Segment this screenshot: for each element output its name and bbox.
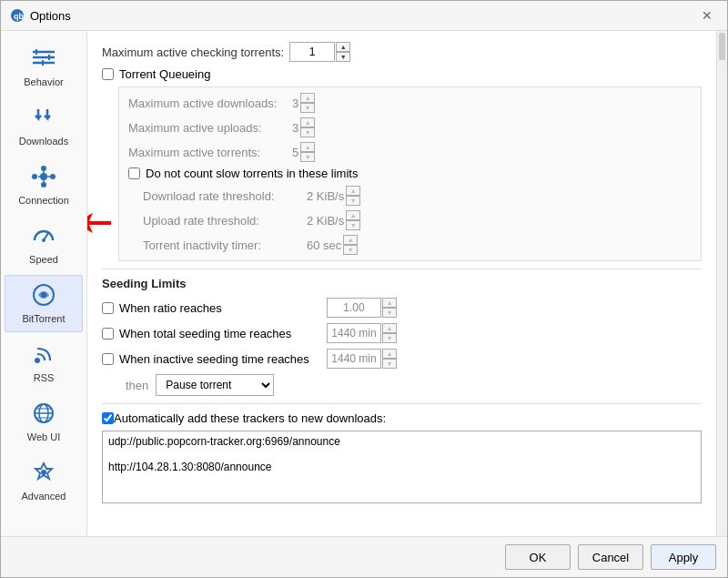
slow-torrents-settings: Download rate threshold: 2 KiB/s ▲ ▼ Upl… [143, 186, 692, 255]
sidebar: Behavior Downloads [1, 31, 87, 536]
seeding-time-label: When total seeding time reaches [119, 327, 319, 340]
connection-icon [30, 165, 57, 191]
seeding-time-checkbox[interactable] [102, 328, 114, 340]
download-rate-label: Download rate threshold: [143, 189, 307, 203]
inactive-seeding-spin: ▲ ▼ [327, 349, 397, 369]
inactivity-spin: ▲ ▼ [343, 235, 358, 255]
max-downloads-up[interactable]: ▲ [300, 93, 315, 103]
cancel-button[interactable]: Cancel [578, 544, 643, 570]
inactivity-timer-value: 60 sec [307, 238, 341, 252]
rss-icon [31, 342, 56, 369]
sidebar-item-speed[interactable]: Speed [5, 216, 83, 273]
ratio-checkbox[interactable] [102, 302, 114, 314]
divider-2 [102, 403, 702, 404]
inactivity-timer-row: Torrent inactivity timer: 60 sec ▲ ▼ [143, 235, 692, 255]
ratio-spin: ▲ ▼ [327, 298, 397, 318]
upload-rate-down[interactable]: ▼ [346, 220, 360, 230]
max-torrents-label: Maximum active torrents: [128, 146, 292, 159]
seeding-time-input[interactable] [327, 323, 381, 343]
sidebar-item-behavior[interactable]: Behavior [5, 39, 83, 96]
upload-rate-spin: ▲ ▼ [346, 210, 360, 230]
scrollbar-thumb[interactable] [719, 33, 725, 60]
apply-button[interactable]: Apply [651, 544, 716, 570]
upload-rate-value: 2 KiB/s [307, 214, 344, 228]
torrent-queueing-row: Torrent Queueing [102, 67, 702, 81]
seeding-time-down[interactable]: ▼ [382, 333, 397, 343]
seeding-time-up[interactable]: ▲ [382, 323, 397, 333]
max-uploads-up[interactable]: ▲ [300, 117, 315, 127]
slow-torrents-row: Do not count slow torrents in these limi… [128, 167, 692, 180]
then-row: then Pause torrent Remove torrent Stop s… [126, 374, 702, 396]
download-rate-up[interactable]: ▲ [346, 186, 360, 196]
trackers-textarea[interactable] [102, 431, 702, 503]
seeding-time-spin-btns: ▲ ▼ [382, 323, 397, 343]
sidebar-label-downloads: Downloads [19, 136, 68, 147]
sidebar-label-bittorrent: BitTorrent [22, 313, 65, 324]
inactive-seeding-down[interactable]: ▼ [382, 359, 397, 369]
torrent-queueing-checkbox[interactable] [102, 68, 114, 80]
ratio-down[interactable]: ▼ [382, 308, 397, 318]
max-torrents-spin: ▲ ▼ [300, 142, 315, 162]
auto-trackers-label: Automatically add these trackers to new … [114, 411, 386, 425]
download-rate-spin: ▲ ▼ [346, 186, 360, 206]
tracker-section: Automatically add these trackers to new … [102, 411, 702, 506]
ok-button[interactable]: OK [505, 544, 571, 570]
max-torrents-row: Maximum active torrents: 5 ▲ ▼ [128, 142, 692, 162]
max-downloads-down[interactable]: ▼ [300, 103, 315, 113]
max-torrents-value: 5 [292, 146, 298, 159]
app-icon: qb [10, 8, 25, 23]
ratio-input[interactable] [327, 298, 381, 318]
download-rate-row: Download rate threshold: 2 KiB/s ▲ ▼ [143, 186, 692, 206]
sidebar-item-rss[interactable]: RSS [5, 334, 83, 391]
download-rate-value: 2 KiB/s [307, 189, 344, 203]
title-bar-left: qb Options [10, 8, 71, 23]
ratio-label: When ratio reaches [119, 301, 319, 315]
seeding-time-row: When total seeding time reaches ▲ ▼ [102, 323, 702, 343]
max-active-checking-input[interactable] [289, 42, 335, 62]
sidebar-item-webui[interactable]: Web UI [5, 393, 83, 451]
upload-rate-up[interactable]: ▲ [346, 210, 360, 220]
svg-point-12 [41, 182, 46, 188]
max-downloads-spin: ▲ ▼ [300, 93, 315, 113]
inactive-seeding-up[interactable]: ▲ [382, 349, 397, 359]
inactivity-timer-label: Torrent inactivity timer: [143, 238, 307, 252]
slow-torrents-label: Do not count slow torrents in these limi… [146, 167, 358, 180]
max-uploads-down[interactable]: ▼ [300, 127, 315, 137]
torrent-queueing-label: Torrent Queueing [119, 67, 210, 81]
then-select[interactable]: Pause torrent Remove torrent Stop seedin… [156, 374, 274, 396]
advanced-icon [31, 461, 56, 487]
sidebar-item-bittorrent[interactable]: BitTorrent [5, 275, 83, 332]
max-downloads-label: Maximum active downloads: [128, 96, 292, 110]
max-uploads-spin: ▲ ▼ [300, 117, 315, 137]
auto-trackers-checkbox[interactable] [102, 412, 114, 424]
spin-up[interactable]: ▲ [336, 42, 350, 52]
footer: OK Cancel Apply [1, 536, 727, 577]
download-rate-down[interactable]: ▼ [346, 196, 360, 206]
inactivity-up[interactable]: ▲ [343, 235, 358, 245]
ratio-up[interactable]: ▲ [382, 298, 397, 308]
max-torrents-up[interactable]: ▲ [300, 142, 315, 152]
scrollbar[interactable] [716, 31, 727, 536]
inactivity-down[interactable]: ▼ [343, 245, 358, 255]
spin-down[interactable]: ▼ [336, 52, 350, 62]
slow-torrents-checkbox[interactable] [128, 167, 140, 179]
sidebar-item-downloads[interactable]: Downloads [5, 97, 83, 155]
inactive-seeding-row: When inactive seeding time reaches ▲ ▼ [102, 349, 702, 369]
close-button[interactable]: ✕ [696, 6, 718, 25]
then-label: then [126, 379, 148, 392]
sidebar-item-advanced[interactable]: Advanced [5, 452, 83, 510]
sidebar-item-connection[interactable]: Connection [5, 157, 83, 214]
window-title: Options [30, 9, 71, 23]
title-bar: qb Options ✕ [1, 1, 727, 31]
max-torrents-down[interactable]: ▼ [300, 152, 315, 162]
speed-icon [31, 224, 56, 250]
sidebar-label-rss: RSS [34, 372, 55, 383]
spin-btns: ▲ ▼ [336, 42, 350, 62]
max-uploads-value: 3 [292, 121, 298, 135]
webui-icon [31, 401, 56, 428]
ratio-row: When ratio reaches ▲ ▼ [102, 298, 702, 318]
svg-text:qb: qb [14, 12, 24, 21]
inactive-seeding-checkbox[interactable] [102, 353, 114, 365]
inactive-seeding-input[interactable] [327, 349, 381, 369]
main-wrapper: Maximum active checking torrents: ▲ ▼ To… [87, 31, 727, 536]
